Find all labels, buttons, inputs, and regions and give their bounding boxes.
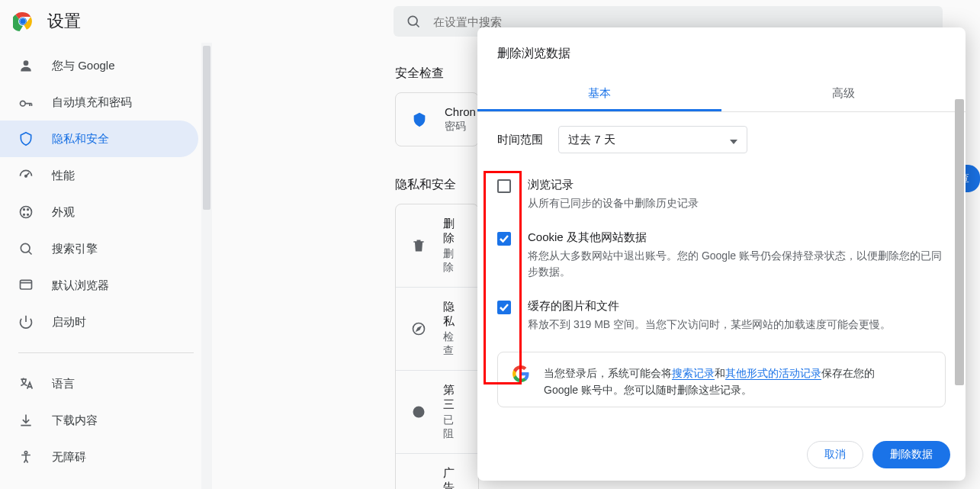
search-input[interactable] [433, 15, 930, 28]
svg-point-10 [21, 207, 32, 218]
row-title: 删除 [443, 217, 463, 246]
sidebar-scrollbar-thumb[interactable] [203, 46, 210, 210]
privacy-card: 删除 删除 隐私 检查 第三 已阻 [395, 204, 479, 489]
dialog-actions: 取消 删除数据 [477, 429, 966, 481]
sidebar-item-label: 语言 [52, 377, 75, 391]
svg-point-19 [24, 452, 27, 454]
sidebar-item-privacy-security[interactable]: 隐私和安全 [0, 121, 198, 157]
sidebar-item-label: 搜索引擎 [52, 242, 98, 256]
link-search-records[interactable]: 搜索记录 [672, 367, 715, 380]
time-range-row: 时间范围 过去 7 天 [497, 126, 946, 153]
row-privacy-guide[interactable]: 隐私 检查 [396, 288, 478, 371]
sidebar-item-label: 外观 [52, 205, 75, 220]
option-description: 将您从大多数网站中退出账号。您的 Google 账号仍会保持登录状态，以便删除您… [528, 248, 946, 281]
search-icon [406, 14, 421, 29]
svg-point-12 [27, 209, 29, 211]
safety-check-card[interactable]: Chron 密码 [395, 92, 479, 146]
svg-marker-21 [417, 327, 421, 331]
browser-icon [18, 278, 34, 293]
sidebar-item-languages[interactable]: 语言 [0, 365, 198, 402]
option-description: 从所有已同步的设备中删除历史记录 [528, 195, 699, 212]
safety-card-sub: 密码 [445, 120, 476, 134]
sidebar-item-autofill[interactable]: 自动填充和密码 [0, 84, 198, 121]
safety-card-title: Chron [445, 105, 476, 118]
row-third-party-cookies[interactable]: 第三 已阻 [396, 371, 478, 454]
svg-point-8 [21, 101, 26, 106]
svg-point-22 [413, 407, 425, 418]
row-sub: 已阻 [443, 413, 463, 441]
row-title: 隐私 [443, 300, 463, 329]
checkbox-browsing-history[interactable] [497, 179, 511, 193]
option-cookies[interactable]: Cookie 及其他网站数据 将您从大多数网站中退出账号。您的 Google 账… [497, 224, 946, 293]
row-delete-browsing-data[interactable]: 删除 删除 [396, 204, 478, 288]
sidebar-item-label: 启动时 [52, 315, 86, 330]
sidebar-item-label: 自动填充和密码 [52, 95, 132, 110]
search-icon [18, 241, 34, 256]
option-browsing-history[interactable]: 浏览记录 从所有已同步的设备中删除历史记录 [497, 172, 946, 224]
sidebar-item-on-startup[interactable]: 启动时 [0, 304, 198, 340]
power-icon [18, 314, 34, 330]
option-title: 浏览记录 [528, 178, 699, 192]
dialog-body: 时间范围 过去 7 天 浏览记录 从所有已同步的设备中删除历史记录 Co [477, 112, 966, 429]
google-logo-icon [512, 365, 530, 383]
sidebar-item-label: 无障碍 [52, 450, 86, 465]
accessibility-icon [18, 449, 34, 465]
sidebar-divider [18, 352, 194, 353]
link-other-activity[interactable]: 其他形式的活动记录 [725, 367, 821, 380]
sidebar-item-performance[interactable]: 性能 [0, 157, 198, 194]
row-sub: 删除 [443, 247, 463, 275]
svg-point-11 [24, 209, 25, 211]
cookie-icon [411, 404, 426, 420]
svg-point-13 [24, 214, 25, 216]
sidebar-item-label: 下载内容 [52, 413, 98, 428]
svg-point-4 [20, 18, 26, 24]
sidebar-item-label: 您与 Google [52, 59, 115, 73]
tab-basic[interactable]: 基本 [477, 76, 721, 111]
chrome-logo-icon [12, 11, 34, 32]
sidebar-item-downloads[interactable]: 下载内容 [0, 402, 198, 439]
info-text: 当您登录后，系统可能会将搜索记录和其他形式的活动记录保存在您的Google 账号… [544, 365, 875, 399]
sidebar-item-accessibility[interactable]: 无障碍 [0, 439, 198, 475]
sidebar-item-search-engine[interactable]: 搜索引擎 [0, 230, 198, 267]
sidebar-item-you-and-google[interactable]: 您与 Google [0, 47, 198, 84]
sidebar-item-appearance[interactable]: 外观 [0, 194, 198, 230]
row-sub: 检查 [443, 330, 463, 358]
checkbox-cached-images[interactable] [497, 301, 511, 314]
tab-advanced[interactable]: 高级 [721, 76, 966, 111]
clear-browsing-data-dialog: 删除浏览数据 基本 高级 时间范围 过去 7 天 浏览记录 从所有已同步的设备中… [477, 27, 966, 481]
svg-rect-17 [21, 280, 32, 289]
row-ads[interactable]: 广告 自定 [396, 454, 478, 489]
time-range-value: 过去 7 天 [568, 133, 615, 147]
google-account-info: 当您登录后，系统可能会将搜索记录和其他形式的活动记录保存在您的Google 账号… [497, 352, 946, 407]
option-description: 释放不到 319 MB 空间。当您下次访问时，某些网站的加载速度可能会更慢。 [528, 317, 891, 333]
sidebar-scrollbar-track[interactable] [201, 43, 212, 489]
time-range-select[interactable]: 过去 7 天 [558, 126, 747, 153]
palette-icon [18, 204, 34, 220]
shield-check-icon [411, 111, 428, 128]
page-title: 设置 [47, 10, 81, 33]
row-title: 第三 [443, 383, 463, 412]
sidebar-item-label: 隐私和安全 [52, 132, 109, 146]
compass-icon [411, 320, 426, 337]
svg-line-6 [416, 24, 419, 27]
chevron-down-icon [730, 134, 737, 146]
row-title: 广告 [443, 466, 463, 489]
sidebar: 您与 Google 自动填充和密码 隐私和安全 性能 外观 [0, 43, 212, 489]
svg-line-16 [29, 252, 32, 255]
dialog-scrollbar-thumb[interactable] [955, 99, 964, 385]
download-icon [18, 413, 34, 428]
svg-point-7 [24, 60, 29, 66]
sidebar-item-label: 默认浏览器 [52, 278, 109, 293]
svg-point-15 [21, 243, 30, 253]
time-range-label: 时间范围 [497, 133, 543, 147]
svg-point-9 [25, 175, 27, 178]
option-cached-images[interactable]: 缓存的图片和文件 释放不到 319 MB 空间。当您下次访问时，某些网站的加载速… [497, 293, 946, 346]
person-icon [18, 58, 34, 73]
key-icon [18, 95, 34, 110]
sidebar-item-default-browser[interactable]: 默认浏览器 [0, 267, 198, 304]
checkbox-cookies[interactable] [497, 232, 511, 246]
cancel-button[interactable]: 取消 [807, 441, 863, 468]
dialog-tabs: 基本 高级 [477, 76, 966, 112]
delete-data-button[interactable]: 删除数据 [872, 441, 950, 468]
dialog-title: 删除浏览数据 [477, 27, 966, 76]
